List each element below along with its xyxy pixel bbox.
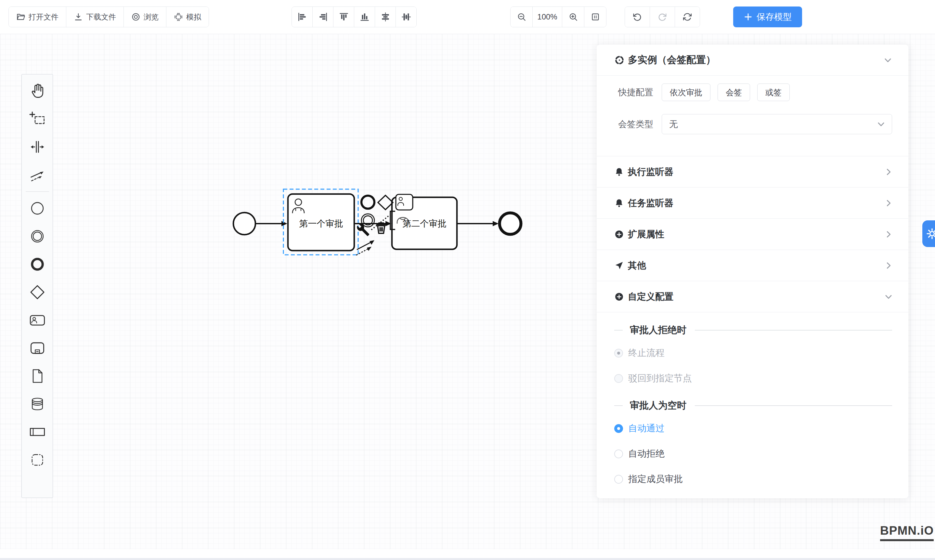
task-node-first-approval[interactable]: 第一个审批 xyxy=(288,194,354,251)
align-bottom-icon xyxy=(360,12,369,22)
toolbar-folder-open-button[interactable]: 打开文件 xyxy=(9,7,66,27)
task-label: 第二个审批 xyxy=(403,219,446,228)
panel-toggle-button[interactable] xyxy=(922,220,935,247)
align-center-horizontal-icon xyxy=(381,12,390,22)
sequence-flow-1[interactable] xyxy=(256,221,287,226)
data-object-icon xyxy=(29,368,46,385)
end-event-node[interactable] xyxy=(500,213,521,234)
zoom-control-group: 100% xyxy=(510,6,606,27)
panel-sections: 执行监听器任务监听器扩展属性其他自定义配置 xyxy=(597,156,908,312)
chevron-right-icon xyxy=(884,167,893,177)
toolbar-download-button[interactable]: 下载文件 xyxy=(66,7,124,27)
toolbar-button-label: 浏览 xyxy=(144,12,158,22)
panel-header[interactable]: 多实例（会签配置） xyxy=(597,45,908,76)
append-end-event-button[interactable] xyxy=(361,195,374,209)
group-divider: 审批人为空时 xyxy=(614,395,892,416)
palette-user-task[interactable] xyxy=(27,306,48,334)
align-left-icon xyxy=(297,12,307,22)
undo-icon xyxy=(632,12,642,22)
section-title: 执行监听器 xyxy=(628,166,884,178)
quick-config-button-2[interactable]: 或签 xyxy=(757,83,790,101)
palette-end-event[interactable] xyxy=(27,250,48,278)
file-button-group: 打开文件下载文件浏览模拟 xyxy=(8,6,209,27)
panel-section-3[interactable]: 其他 xyxy=(597,249,908,281)
palette-data-store[interactable] xyxy=(27,390,48,418)
send-icon xyxy=(614,261,624,271)
connect-tool-button[interactable] xyxy=(356,240,374,255)
zoom-in-icon xyxy=(568,12,578,22)
radio-option-1-1[interactable]: 自动拒绝 xyxy=(614,441,892,466)
palette-gateway[interactable] xyxy=(27,278,48,306)
user-task-icon xyxy=(29,312,46,329)
align-center-vertical-button[interactable] xyxy=(396,7,416,27)
palette-group[interactable] xyxy=(27,446,48,474)
palette-separator xyxy=(26,191,49,192)
chevron-down-icon[interactable] xyxy=(883,55,893,65)
custom-config-body: 审批人拒绝时终止流程驳回到指定节点审批人为空时自动通过自动拒绝指定成员审批 xyxy=(597,312,908,492)
panel-section-4[interactable]: 自定义配置 xyxy=(597,281,908,312)
align-center-horizontal-button[interactable] xyxy=(375,7,396,27)
radio-button[interactable] xyxy=(614,449,623,458)
palette-global-connect[interactable] xyxy=(27,161,48,189)
align-right-button[interactable] xyxy=(313,7,334,27)
folder-open-icon xyxy=(16,12,25,22)
section-title: 自定义配置 xyxy=(628,291,884,303)
palette-sub-process[interactable] xyxy=(27,334,48,362)
radio-button[interactable] xyxy=(614,424,623,433)
panel-section-2[interactable]: 扩展属性 xyxy=(597,218,908,249)
data-store-icon xyxy=(29,395,46,412)
delete-trash-button[interactable] xyxy=(376,223,386,233)
radio-option-1-2[interactable]: 指定成员审批 xyxy=(614,466,892,492)
palette-hand-tool[interactable] xyxy=(27,77,48,105)
save-model-button[interactable]: 保存模型 xyxy=(733,6,802,27)
palette-participant[interactable] xyxy=(27,418,48,446)
start-event-icon xyxy=(29,200,46,217)
fit-viewport-button[interactable] xyxy=(584,7,606,27)
toolbar-eye-button[interactable]: 浏览 xyxy=(124,7,166,27)
toolbar-button-label: 打开文件 xyxy=(29,12,58,22)
panel-section-1[interactable]: 任务监听器 xyxy=(597,187,908,218)
save-model-label: 保存模型 xyxy=(757,11,792,23)
zoom-in-button[interactable] xyxy=(562,7,584,27)
quick-config-button-0[interactable]: 依次审批 xyxy=(662,83,710,101)
align-button-group xyxy=(292,6,417,27)
align-left-button[interactable] xyxy=(292,7,313,27)
radio-button[interactable] xyxy=(614,475,623,484)
redo-button[interactable] xyxy=(650,7,675,27)
download-icon xyxy=(74,12,83,22)
history-button-group xyxy=(624,6,700,27)
palette-intermediate-event[interactable] xyxy=(27,222,48,250)
group-icon xyxy=(29,451,46,468)
append-user-task-button[interactable] xyxy=(396,194,413,210)
palette-lasso-tool[interactable] xyxy=(27,105,48,133)
zoom-out-button[interactable] xyxy=(511,7,533,27)
append-intermediate-event-button[interactable] xyxy=(361,214,374,227)
align-bottom-button[interactable] xyxy=(354,7,375,27)
section-title: 扩展属性 xyxy=(628,228,884,240)
palette-space-tool[interactable] xyxy=(27,133,48,161)
undo-button[interactable] xyxy=(625,7,650,27)
radio-button xyxy=(614,374,623,383)
change-type-wrench-button[interactable] xyxy=(357,224,369,236)
sign-type-select[interactable]: 无 xyxy=(662,114,892,134)
radio-option-1-0[interactable]: 自动通过 xyxy=(614,416,892,441)
sub-process-icon xyxy=(29,340,46,357)
start-event-node[interactable] xyxy=(233,212,255,235)
hand-tool-icon xyxy=(29,83,46,100)
palette-start-event[interactable] xyxy=(27,194,48,222)
bell-icon xyxy=(614,167,624,177)
align-top-button[interactable] xyxy=(334,7,354,27)
radio-label: 自动通过 xyxy=(628,422,664,435)
bell-icon xyxy=(614,198,624,208)
append-gateway-button[interactable] xyxy=(378,195,393,210)
toolbar-simulate-chip-button[interactable]: 模拟 xyxy=(166,7,209,27)
refresh-button[interactable] xyxy=(675,7,700,27)
panel-section-0[interactable]: 执行监听器 xyxy=(597,156,908,187)
quick-config-buttons: 依次审批会签或签 xyxy=(662,83,797,101)
global-connect-icon xyxy=(29,166,46,183)
sequence-flow-3[interactable] xyxy=(457,221,498,226)
group-divider: 审批人拒绝时 xyxy=(614,320,892,340)
quick-config-button-1[interactable]: 会签 xyxy=(718,83,750,101)
chevron-right-icon xyxy=(884,261,893,271)
palette-data-object[interactable] xyxy=(27,362,48,390)
